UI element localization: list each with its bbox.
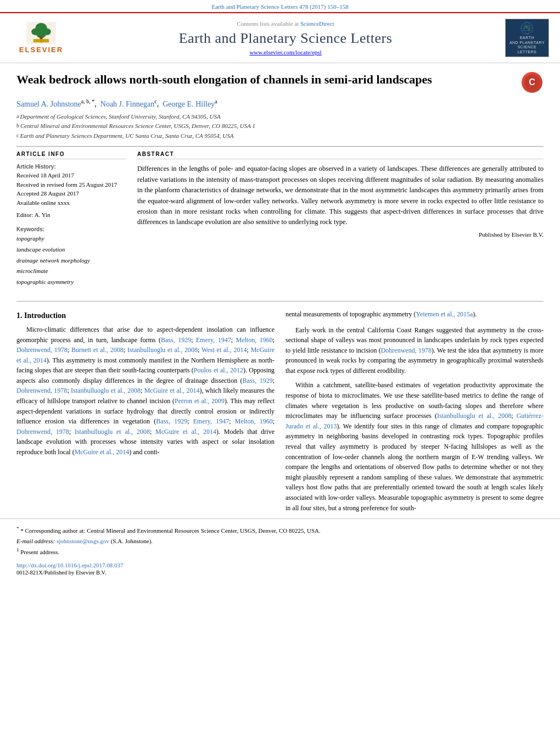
svg-text:C: C [529,77,535,87]
ref-dohrenwend1978[interactable]: Dohrenwend, 1978 [16,346,68,354]
keyword-2: landscape evolution [16,244,126,255]
keyword-4: microclimate [16,266,126,277]
ref-yetemen2015[interactable]: Yetemen et al., 2015a [416,310,473,318]
article-info-col: ARTICLE INFO Article History: Received 1… [16,151,126,287]
ref-dohrenwend1978c[interactable]: Dohrenwend, 1978 [16,428,69,436]
globe-icon [516,21,538,35]
page-container: Earth and Planetary Science Letters 478 … [0,0,560,742]
doi-link[interactable]: http://dx.doi.org/10.1016/j.epsl.2017.08… [16,562,123,568]
doi-area: http://dx.doi.org/10.1016/j.epsl.2017.08… [16,561,544,570]
ref-mcguire2014c[interactable]: McGuire et al., 2014 [155,428,216,436]
accepted: Accepted 28 August 2017 [16,189,126,198]
ref-bass1929[interactable]: Bass, 1929 [161,336,191,344]
intro-paragraph-1-cont: nental measurements of topographic asymm… [285,309,544,320]
footer-area: * * Corresponding author at: Central Min… [0,518,560,578]
elsevier-logo: ELSEVIER [11,21,71,54]
footnote-1: 1 Present address. [16,546,544,557]
ref-istanbulluoglu2008b[interactable]: Istanbulluoglu et al., 2008 [71,387,141,394]
journal-website: www.elsevier.com/locate/epsl [77,49,494,55]
affiliations: a Department of Geological Sciences, Sta… [16,112,544,141]
elsevier-label: ELSEVIER [19,46,63,54]
ref-istanbulluoglu2008c[interactable]: Istanbulluoglu et al., 2008 [75,428,150,436]
ref-dohrenwend1978d[interactable]: Dohrenwend, 1978 [381,347,432,354]
ref-burnett2008[interactable]: Burnett et al., 2008 [71,346,124,354]
affiliation-b: b Central Mineral and Environmental Reso… [16,121,544,131]
ref-poulos2012[interactable]: Poulos et al., 2012 [194,366,243,374]
ref-bass1929b[interactable]: Bass, 1929 [243,377,273,384]
ref-bass1929c[interactable]: Bass, 1929 [156,417,187,425]
ref-perron2009[interactable]: Perron et al., 2009 [175,397,225,405]
intro-paragraph-2: Early work in the central California Coa… [285,325,544,376]
crossmark-icon: C [522,72,542,93]
abstract-col: ABSTRACT Differences in the lengths of p… [137,151,544,287]
journal-logo-right: EARTHAND PLANETARYSCIENCELETTERS [494,19,549,57]
header-area: ELSEVIER Contents lists available at Sci… [0,13,560,63]
body-col-right: nental measurements of topographic asymm… [285,309,544,513]
science-direct-text: Contents lists available at ScienceDirec… [77,20,494,27]
abstract-text: Differences in the lengths of pole- and … [137,164,544,227]
intro-paragraph-1: Micro-climatic differences that arise du… [16,325,275,458]
section-1-title: 1. Introduction [16,311,275,320]
ref-mcguire2014d[interactable]: McGuire et al., 2014 [75,448,130,456]
issn-text: 0012-821X/Published by Elsevier B.V. [16,570,544,576]
elsevier-logo-area: ELSEVIER [11,21,77,54]
author-hilley[interactable]: George E. Hilley [163,100,215,108]
editor: Editor: A. Yin [16,210,126,220]
history-label: Article History: [16,164,126,170]
affiliation-c: c Earth and Planetary Sciences Departmen… [16,131,544,141]
header-center: Contents lists available at ScienceDirec… [77,20,494,55]
ref-west2014[interactable]: West et al., 2014 [201,346,247,354]
journal-citation: Earth and Planetary Science Letters 478 … [211,3,349,10]
author-finnegan[interactable]: Noah J. Finnegan [100,100,154,108]
ref-istanbulluoglu2008d[interactable]: Istanbulluoglu et al., 2008 [437,412,511,420]
ref-melton1960[interactable]: Melton, 1960 [236,336,273,344]
published-by: Published by Elsevier B.V. [137,231,544,238]
article-title-area: Weak bedrock allows north-south elongati… [16,72,544,94]
keyword-5: topographic asymmetry [16,277,126,288]
footnote-corresponding: * * Corresponding author at: Central Min… [16,525,544,535]
abstract-heading: ABSTRACT [137,151,544,159]
article-content: Weak bedrock allows north-south elongati… [0,63,560,293]
earth-planet-logo-text: EARTHAND PLANETARYSCIENCELETTERS [509,36,545,54]
keywords-list: topography landscape evolution drainage … [16,233,126,288]
authors-line: Samuel A. Johnstonea, b, *, Noah J. Finn… [16,98,544,109]
keyword-1: topography [16,233,126,244]
available-online: Available online xxxx [16,198,126,208]
ref-dohrenwend1978b[interactable]: Dohrenwend, 1978 [16,387,67,394]
keyword-3: drainage network morphology [16,255,126,266]
journal-top-bar: Earth and Planetary Science Letters 478 … [0,0,560,13]
article-info-abstract: ARTICLE INFO Article History: Received 1… [16,146,544,287]
body-content: 1. Introduction Micro-climatic differenc… [0,309,560,513]
ref-emery1947b[interactable]: Emery, 1947 [193,417,229,425]
article-title: Weak bedrock allows north-south elongati… [16,72,516,88]
body-divider [16,301,544,302]
author-johnstone[interactable]: Samuel A. Johnstone [16,100,81,108]
footnote-email: E-mail address: sjohnstone@usgs.gov (S.A… [16,536,544,546]
article-info-heading: ARTICLE INFO [16,151,126,159]
body-col-left: 1. Introduction Micro-climatic differenc… [16,309,275,513]
received-1: Received 18 April 2017 [16,171,126,180]
keywords-label: Keywords: [16,226,126,232]
intro-paragraph-3: Within a catchment, satellite-based esti… [285,380,544,513]
crossmark-badge[interactable]: C [522,72,544,94]
ref-istanbulluoglu2008[interactable]: Istanbulluoglu et al., 2008 [127,346,198,354]
ref-mcguire2014b[interactable]: McGuire et al., 2014 [144,387,200,394]
email-link[interactable]: sjohnstone@usgs.gov [57,538,109,544]
ref-emery1947[interactable]: Emery, 1947 [196,336,231,344]
earth-planet-science-logo: EARTHAND PLANETARYSCIENCELETTERS [505,19,549,57]
elsevier-tree-icon [25,22,58,44]
affiliation-a: a Department of Geological Sciences, Sta… [16,112,544,122]
science-direct-link[interactable]: ScienceDirect [300,20,334,27]
received-2: Received in revised form 25 August 2017 [16,180,126,189]
journal-website-link[interactable]: www.elsevier.com/locate/epsl [249,49,321,55]
journal-title: Earth and Planetary Science Letters [77,30,494,47]
ref-melton1960b[interactable]: Melton, 1960 [235,417,273,425]
